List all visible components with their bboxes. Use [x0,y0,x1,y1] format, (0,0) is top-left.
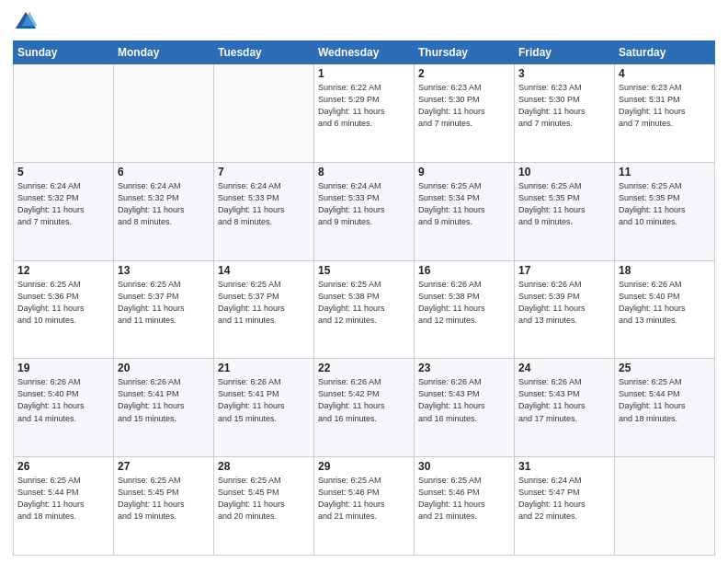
day-number: 24 [518,362,610,374]
header-cell-wednesday: Wednesday [314,41,415,64]
day-number: 14 [218,264,310,277]
day-info: Sunrise: 6:22 AM Sunset: 5:29 PM Dayligh… [318,82,410,130]
day-info: Sunrise: 6:24 AM Sunset: 5:32 PM Dayligh… [17,180,109,228]
day-cell: 10Sunrise: 6:25 AM Sunset: 5:35 PM Dayli… [515,162,615,260]
week-row-4: 19Sunrise: 6:26 AM Sunset: 5:40 PM Dayli… [14,359,715,457]
day-cell: 6Sunrise: 6:24 AM Sunset: 5:32 PM Daylig… [114,162,214,260]
day-cell: 21Sunrise: 6:26 AM Sunset: 5:41 PM Dayli… [214,359,314,457]
week-row-2: 5Sunrise: 6:24 AM Sunset: 5:32 PM Daylig… [14,162,715,260]
day-number: 19 [17,362,109,374]
calendar-body: 1Sunrise: 6:22 AM Sunset: 5:29 PM Daylig… [14,64,715,556]
day-number: 5 [17,166,109,178]
day-number: 10 [518,166,610,178]
day-number: 31 [518,460,610,473]
day-info: Sunrise: 6:25 AM Sunset: 5:35 PM Dayligh… [518,180,610,228]
day-number: 28 [218,460,310,473]
header-cell-friday: Friday [515,41,615,64]
day-cell: 22Sunrise: 6:26 AM Sunset: 5:42 PM Dayli… [314,359,415,457]
day-info: Sunrise: 6:24 AM Sunset: 5:33 PM Dayligh… [218,180,310,228]
day-number: 20 [118,362,210,374]
calendar-header: SundayMondayTuesdayWednesdayThursdayFrid… [14,41,715,64]
day-cell: 20Sunrise: 6:26 AM Sunset: 5:41 PM Dayli… [114,359,214,457]
day-cell: 30Sunrise: 6:25 AM Sunset: 5:46 PM Dayli… [415,457,515,556]
day-number: 2 [418,67,510,80]
day-number: 8 [318,166,410,178]
day-cell: 5Sunrise: 6:24 AM Sunset: 5:32 PM Daylig… [14,162,114,260]
header-row: SundayMondayTuesdayWednesdayThursdayFrid… [14,41,715,64]
day-cell: 11Sunrise: 6:25 AM Sunset: 5:35 PM Dayli… [615,162,715,260]
day-cell [114,64,214,163]
day-number: 17 [518,264,610,277]
header-cell-thursday: Thursday [415,41,515,64]
logo-icon [13,9,39,35]
day-info: Sunrise: 6:25 AM Sunset: 5:37 PM Dayligh… [218,279,310,327]
day-info: Sunrise: 6:25 AM Sunset: 5:37 PM Dayligh… [118,279,210,327]
day-info: Sunrise: 6:26 AM Sunset: 5:40 PM Dayligh… [17,376,109,424]
day-cell: 15Sunrise: 6:25 AM Sunset: 5:38 PM Dayli… [314,260,415,359]
day-number: 22 [318,362,410,374]
day-cell: 13Sunrise: 6:25 AM Sunset: 5:37 PM Dayli… [114,260,214,359]
day-info: Sunrise: 6:25 AM Sunset: 5:44 PM Dayligh… [619,376,711,424]
day-number: 4 [619,67,711,80]
day-number: 11 [619,166,711,178]
header-cell-tuesday: Tuesday [214,41,314,64]
day-info: Sunrise: 6:24 AM Sunset: 5:33 PM Dayligh… [318,180,410,228]
day-cell: 23Sunrise: 6:26 AM Sunset: 5:43 PM Dayli… [415,359,515,457]
header-cell-sunday: Sunday [14,41,114,64]
day-number: 16 [418,264,510,277]
day-info: Sunrise: 6:25 AM Sunset: 5:46 PM Dayligh… [318,475,410,523]
day-number: 6 [118,166,210,178]
day-number: 30 [418,460,510,473]
day-info: Sunrise: 6:25 AM Sunset: 5:38 PM Dayligh… [318,279,410,327]
day-info: Sunrise: 6:25 AM Sunset: 5:35 PM Dayligh… [619,180,711,228]
day-cell: 19Sunrise: 6:26 AM Sunset: 5:40 PM Dayli… [14,359,114,457]
day-number: 27 [118,460,210,473]
day-number: 18 [619,264,711,277]
day-cell: 8Sunrise: 6:24 AM Sunset: 5:33 PM Daylig… [314,162,415,260]
day-info: Sunrise: 6:23 AM Sunset: 5:30 PM Dayligh… [418,82,510,130]
day-cell: 3Sunrise: 6:23 AM Sunset: 5:30 PM Daylig… [515,64,615,163]
day-info: Sunrise: 6:26 AM Sunset: 5:39 PM Dayligh… [518,279,610,327]
day-info: Sunrise: 6:26 AM Sunset: 5:41 PM Dayligh… [118,376,210,424]
week-row-1: 1Sunrise: 6:22 AM Sunset: 5:29 PM Daylig… [14,64,715,163]
day-cell [214,64,314,163]
day-number: 21 [218,362,310,374]
day-cell: 28Sunrise: 6:25 AM Sunset: 5:45 PM Dayli… [214,457,314,556]
day-number: 12 [17,264,109,277]
day-info: Sunrise: 6:23 AM Sunset: 5:30 PM Dayligh… [518,82,610,130]
logo [13,9,42,35]
day-info: Sunrise: 6:23 AM Sunset: 5:31 PM Dayligh… [619,82,711,130]
day-cell: 26Sunrise: 6:25 AM Sunset: 5:44 PM Dayli… [14,457,114,556]
day-number: 7 [218,166,310,178]
day-info: Sunrise: 6:25 AM Sunset: 5:36 PM Dayligh… [17,279,109,327]
day-info: Sunrise: 6:25 AM Sunset: 5:44 PM Dayligh… [17,475,109,523]
day-info: Sunrise: 6:24 AM Sunset: 5:47 PM Dayligh… [518,475,610,523]
day-info: Sunrise: 6:25 AM Sunset: 5:45 PM Dayligh… [118,475,210,523]
day-info: Sunrise: 6:25 AM Sunset: 5:45 PM Dayligh… [218,475,310,523]
day-info: Sunrise: 6:26 AM Sunset: 5:41 PM Dayligh… [218,376,310,424]
day-cell: 1Sunrise: 6:22 AM Sunset: 5:29 PM Daylig… [314,64,415,163]
day-cell: 27Sunrise: 6:25 AM Sunset: 5:45 PM Dayli… [114,457,214,556]
day-cell: 2Sunrise: 6:23 AM Sunset: 5:30 PM Daylig… [415,64,515,163]
week-row-3: 12Sunrise: 6:25 AM Sunset: 5:36 PM Dayli… [14,260,715,359]
header-cell-saturday: Saturday [615,41,715,64]
day-number: 23 [418,362,510,374]
header-cell-monday: Monday [114,41,214,64]
day-info: Sunrise: 6:26 AM Sunset: 5:40 PM Dayligh… [619,279,711,327]
day-cell: 4Sunrise: 6:23 AM Sunset: 5:31 PM Daylig… [615,64,715,163]
day-cell: 18Sunrise: 6:26 AM Sunset: 5:40 PM Dayli… [615,260,715,359]
day-cell: 31Sunrise: 6:24 AM Sunset: 5:47 PM Dayli… [515,457,615,556]
day-cell [615,457,715,556]
day-number: 25 [619,362,711,374]
day-cell: 9Sunrise: 6:25 AM Sunset: 5:34 PM Daylig… [415,162,515,260]
header [13,9,715,35]
day-info: Sunrise: 6:25 AM Sunset: 5:46 PM Dayligh… [418,475,510,523]
day-cell: 29Sunrise: 6:25 AM Sunset: 5:46 PM Dayli… [314,457,415,556]
day-number: 26 [17,460,109,473]
day-cell: 24Sunrise: 6:26 AM Sunset: 5:43 PM Dayli… [515,359,615,457]
day-info: Sunrise: 6:26 AM Sunset: 5:38 PM Dayligh… [418,279,510,327]
day-number: 15 [318,264,410,277]
day-info: Sunrise: 6:25 AM Sunset: 5:34 PM Dayligh… [418,180,510,228]
day-cell [14,64,114,163]
page: SundayMondayTuesdayWednesdayThursdayFrid… [0,0,728,563]
